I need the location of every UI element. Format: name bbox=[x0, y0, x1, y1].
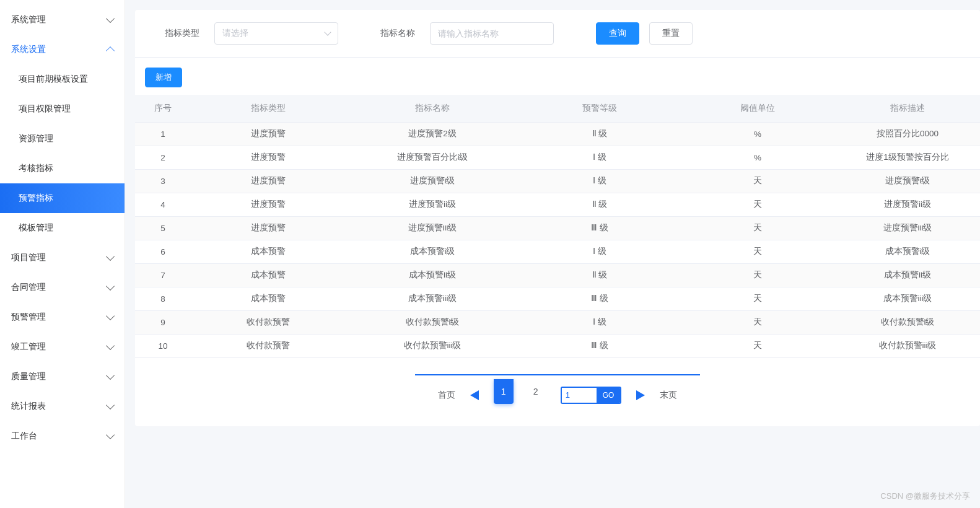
cell-type: 收付款预警 bbox=[191, 310, 346, 334]
indicator-type-select[interactable]: 请选择 bbox=[214, 22, 338, 45]
cell-unit: 天 bbox=[680, 263, 835, 287]
cell-seq: 2 bbox=[135, 146, 191, 169]
sidebar-group[interactable]: 预警管理 bbox=[0, 302, 125, 332]
last-page-button[interactable]: 末页 bbox=[660, 390, 677, 401]
chevron-down-icon bbox=[106, 371, 115, 380]
page-number[interactable]: 1 bbox=[494, 379, 514, 404]
chevron-down-icon bbox=[324, 28, 331, 35]
column-header: 序号 bbox=[135, 95, 191, 122]
sidebar: 系统管理系统设置项目前期模板设置项目权限管理资源管理考核指标预警指标模板管理项目… bbox=[0, 0, 125, 508]
cell-name: 进度预警ii级 bbox=[346, 193, 519, 216]
cell-desc: 进度预警iii级 bbox=[835, 216, 980, 240]
cell-name: 进度预警2级 bbox=[346, 122, 519, 146]
sidebar-group[interactable]: 项目管理 bbox=[0, 243, 125, 273]
table-row[interactable]: 2进度预警进度预警百分比i级Ⅰ 级%进度1级预警按百分比 bbox=[135, 146, 980, 169]
cell-type: 进度预警 bbox=[191, 216, 346, 240]
cell-type: 进度预警 bbox=[191, 122, 346, 146]
cell-level: Ⅰ 级 bbox=[519, 310, 680, 334]
select-placeholder: 请选择 bbox=[222, 28, 248, 39]
cell-seq: 4 bbox=[135, 193, 191, 216]
cell-type: 进度预警 bbox=[191, 169, 346, 193]
filter-type-label: 指标类型 bbox=[165, 28, 199, 39]
table-row[interactable]: 9收付款预警收付款预警i级Ⅰ 级天收付款预警i级 bbox=[135, 310, 980, 334]
cell-desc: 收付款预警iii级 bbox=[835, 334, 980, 357]
prev-arrow-icon[interactable] bbox=[470, 390, 479, 400]
cell-seq: 3 bbox=[135, 169, 191, 193]
cell-desc: 按照百分比0000 bbox=[835, 122, 980, 146]
sidebar-group[interactable]: 合同管理 bbox=[0, 273, 125, 302]
chevron-up-icon bbox=[106, 46, 115, 55]
add-button[interactable]: 新增 bbox=[145, 68, 182, 87]
cell-seq: 5 bbox=[135, 216, 191, 240]
sidebar-item-label: 考核指标 bbox=[19, 163, 53, 174]
sidebar-item[interactable]: 模板管理 bbox=[0, 213, 125, 243]
sidebar-group-label: 质量管理 bbox=[11, 371, 46, 382]
cell-level: Ⅱ 级 bbox=[519, 193, 680, 216]
cell-type: 收付款预警 bbox=[191, 334, 346, 357]
chevron-down-icon bbox=[106, 252, 115, 261]
sidebar-group[interactable]: 质量管理 bbox=[0, 362, 125, 392]
sidebar-item-label: 项目前期模板设置 bbox=[19, 74, 88, 85]
sidebar-item[interactable]: 项目前期模板设置 bbox=[0, 64, 125, 94]
next-arrow-icon[interactable] bbox=[636, 390, 645, 400]
sidebar-group-label: 合同管理 bbox=[11, 282, 46, 293]
main-content: 指标类型 请选择 指标名称 查询 重置 新增 序号指标类型指标名称预警等级阈值单… bbox=[125, 0, 980, 508]
reset-button[interactable]: 重置 bbox=[649, 22, 693, 45]
first-page-button[interactable]: 首页 bbox=[438, 390, 455, 401]
sidebar-item[interactable]: 资源管理 bbox=[0, 124, 125, 154]
page-number[interactable]: 2 bbox=[526, 379, 546, 404]
sidebar-item[interactable]: 预警指标 bbox=[0, 183, 125, 213]
table-row[interactable]: 6成本预警成本预警i级Ⅰ 级天成本预警i级 bbox=[135, 240, 980, 263]
go-button[interactable]: GO bbox=[597, 388, 621, 403]
chevron-down-icon bbox=[106, 14, 115, 23]
sidebar-group[interactable]: 统计报表 bbox=[0, 392, 125, 421]
sidebar-item-label: 模板管理 bbox=[19, 222, 53, 234]
sidebar-group-label: 系统设置 bbox=[11, 44, 46, 55]
cell-type: 成本预警 bbox=[191, 240, 346, 263]
sidebar-group-label: 项目管理 bbox=[11, 252, 46, 263]
cell-level: Ⅰ 级 bbox=[519, 146, 680, 169]
filter-name-label: 指标名称 bbox=[380, 28, 415, 39]
sidebar-group[interactable]: 系统设置 bbox=[0, 35, 125, 64]
data-table: 序号指标类型指标名称预警等级阈值单位指标描述 1进度预警进度预警2级Ⅱ 级%按照… bbox=[135, 95, 980, 358]
cell-desc: 进度预警i级 bbox=[835, 169, 980, 193]
table-row[interactable]: 4进度预警进度预警ii级Ⅱ 级天进度预警ii级 bbox=[135, 193, 980, 216]
cell-unit: 天 bbox=[680, 169, 835, 193]
pagination: 首页 12 GO 末页 bbox=[135, 383, 980, 408]
cell-desc: 成本预警iii级 bbox=[835, 287, 980, 310]
cell-unit: 天 bbox=[680, 334, 835, 357]
sidebar-group-label: 竣工管理 bbox=[11, 341, 46, 353]
sidebar-item[interactable]: 考核指标 bbox=[0, 154, 125, 183]
watermark: CSDN @微服务技术分享 bbox=[880, 491, 970, 502]
cell-name: 进度预警百分比i级 bbox=[346, 146, 519, 169]
go-to-page: GO bbox=[561, 387, 622, 404]
cell-level: Ⅲ 级 bbox=[519, 216, 680, 240]
cell-name: 成本预警ii级 bbox=[346, 263, 519, 287]
table-row[interactable]: 10收付款预警收付款预警iii级Ⅲ 级天收付款预警iii级 bbox=[135, 334, 980, 357]
cell-name: 进度预警i级 bbox=[346, 169, 519, 193]
cell-name: 收付款预警iii级 bbox=[346, 334, 519, 357]
sidebar-group-label: 统计报表 bbox=[11, 401, 46, 412]
sidebar-group-label: 工作台 bbox=[11, 431, 37, 442]
cell-level: Ⅰ 级 bbox=[519, 240, 680, 263]
cell-name: 成本预警iii级 bbox=[346, 287, 519, 310]
indicator-name-input[interactable] bbox=[430, 22, 554, 45]
table-row[interactable]: 1进度预警进度预警2级Ⅱ 级%按照百分比0000 bbox=[135, 122, 980, 146]
cell-unit: 天 bbox=[680, 193, 835, 216]
table-row[interactable]: 8成本预警成本预警iii级Ⅲ 级天成本预警iii级 bbox=[135, 287, 980, 310]
sidebar-group[interactable]: 竣工管理 bbox=[0, 332, 125, 362]
table-row[interactable]: 5进度预警进度预警iii级Ⅲ 级天进度预警iii级 bbox=[135, 216, 980, 240]
query-button[interactable]: 查询 bbox=[596, 22, 639, 45]
cell-type: 成本预警 bbox=[191, 287, 346, 310]
cell-type: 进度预警 bbox=[191, 146, 346, 169]
chevron-down-icon bbox=[106, 282, 115, 291]
page-input[interactable] bbox=[562, 388, 597, 403]
sidebar-group[interactable]: 系统管理 bbox=[0, 5, 125, 35]
sidebar-group[interactable]: 工作台 bbox=[0, 421, 125, 451]
sidebar-item[interactable]: 项目权限管理 bbox=[0, 94, 125, 124]
cell-level: Ⅲ 级 bbox=[519, 334, 680, 357]
chevron-down-icon bbox=[106, 341, 115, 350]
chevron-down-icon bbox=[106, 312, 115, 320]
table-row[interactable]: 3进度预警进度预警i级Ⅰ 级天进度预警i级 bbox=[135, 169, 980, 193]
table-row[interactable]: 7成本预警成本预警ii级Ⅱ 级天成本预警ii级 bbox=[135, 263, 980, 287]
